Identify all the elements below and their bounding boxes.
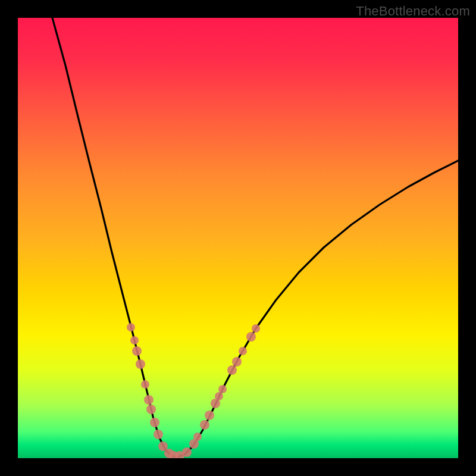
chart-svg [18, 18, 458, 458]
data-marker [239, 347, 247, 355]
data-marker [252, 324, 260, 333]
data-marker [232, 357, 242, 367]
data-marker [146, 405, 156, 414]
data-marker [144, 395, 154, 405]
data-marker [150, 418, 159, 427]
data-marker [246, 332, 256, 342]
data-marker [130, 336, 139, 345]
data-marker [193, 433, 202, 441]
plot-area [18, 18, 458, 458]
chart-frame: TheBottleneck.com [0, 0, 476, 476]
data-marker [154, 430, 163, 439]
data-marker [227, 365, 237, 375]
data-marker [218, 385, 227, 393]
data-marker [141, 380, 149, 389]
data-marker [215, 392, 223, 400]
data-marker [205, 411, 214, 420]
data-marker [127, 323, 135, 331]
data-marker [132, 346, 142, 356]
watermark-text: TheBottleneck.com [356, 4, 470, 19]
bottleneck-curve [52, 18, 458, 457]
data-marker [136, 359, 145, 369]
data-marker [182, 447, 192, 457]
data-marker [200, 420, 209, 430]
